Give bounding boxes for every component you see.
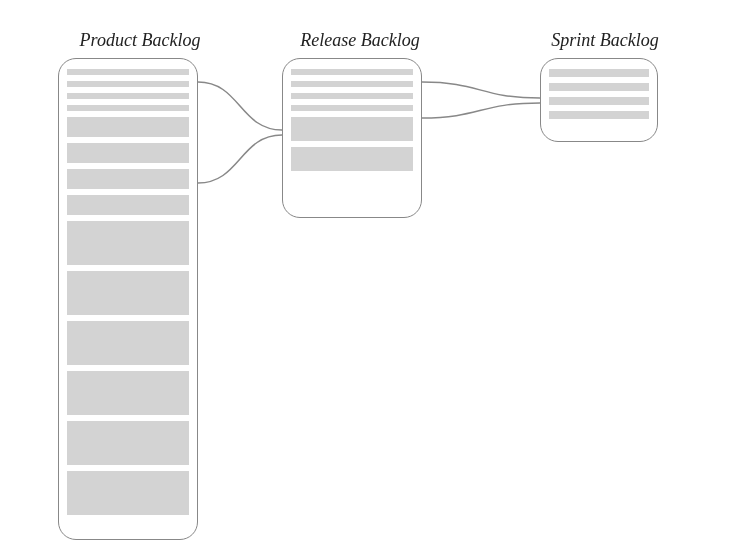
backlog-item: [549, 83, 649, 91]
backlog-item: [67, 117, 189, 137]
backlog-item: [67, 471, 189, 515]
backlog-item: [67, 321, 189, 365]
backlog-item: [67, 195, 189, 215]
backlog-item: [291, 147, 413, 171]
backlog-item: [291, 93, 413, 99]
backlog-item: [291, 69, 413, 75]
backlog-item: [291, 117, 413, 141]
backlog-item: [67, 169, 189, 189]
sprint-backlog-box: [540, 58, 658, 142]
backlog-item: [67, 271, 189, 315]
backlog-item: [67, 221, 189, 265]
backlog-item: [67, 105, 189, 111]
backlog-item: [549, 69, 649, 77]
backlog-item: [67, 81, 189, 87]
product-backlog-title: Product Backlog: [70, 30, 210, 51]
backlog-item: [549, 111, 649, 119]
backlog-item: [67, 93, 189, 99]
backlog-item: [549, 97, 649, 105]
backlog-item: [291, 81, 413, 87]
backlog-item: [291, 105, 413, 111]
product-backlog-box: [58, 58, 198, 540]
release-backlog-title: Release Backlog: [290, 30, 430, 51]
backlog-item: [67, 69, 189, 75]
backlog-item: [67, 143, 189, 163]
backlog-item: [67, 371, 189, 415]
release-backlog-box: [282, 58, 422, 218]
sprint-backlog-title: Sprint Backlog: [546, 30, 664, 51]
backlog-item: [67, 421, 189, 465]
